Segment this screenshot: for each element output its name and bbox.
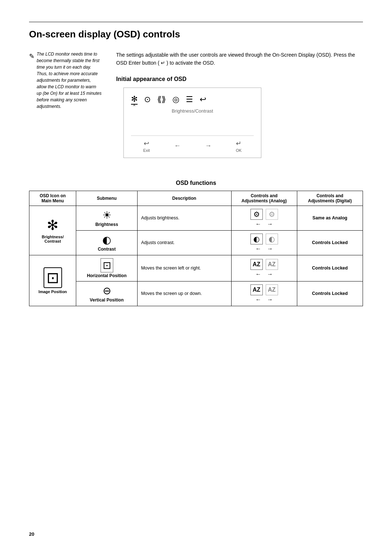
right-arrow: → (267, 271, 273, 278)
sidebar-note: ✎ The LCD monitor needs time to become t… (29, 51, 102, 169)
header-description: Description (137, 191, 231, 206)
contrast-sub-label: Contrast (98, 247, 115, 252)
osd-functions-section: OSD functions OSD Icon onMain Menu Subme… (29, 180, 363, 306)
right-arrow-symbol: → (205, 142, 212, 150)
brightness-sub-icon: ☀ (102, 209, 111, 221)
hpos-analog-arrows: ← → (256, 271, 273, 278)
contrast-increase-btn: ◐ (266, 234, 278, 244)
exit-label: Exit (143, 148, 150, 153)
osd-nav-ok: ↵ OK (236, 139, 242, 153)
vpos-description: Moves the screen up or down. (137, 281, 231, 306)
brightness-analog-icons: ⚙ ⚙ (250, 209, 278, 220)
left-arrow-symbol: ← (174, 142, 181, 150)
hpos-analog: AZ AZ ← → (231, 255, 297, 281)
contrast-analog-arrows: ← → (256, 246, 273, 252)
osd-icon-sub: A (133, 104, 135, 107)
image-position-main-icon: ⊡ (44, 267, 62, 288)
contrast-analog-block: ◐ ◐ ← → (234, 234, 295, 252)
osd-label: Brightness/Contrast (131, 108, 254, 114)
header-main-menu: OSD Icon onMain Menu (29, 191, 76, 206)
table-row: ◐ Contrast Adjusts contrast. ◐ ◐ ← (29, 230, 363, 255)
exit-symbol: ↩ (144, 139, 149, 147)
main-menu-image-position: ⊡ Image Position (29, 255, 76, 306)
hpos-sub-icon: ⊡ (101, 258, 113, 272)
info-icon: ✎ (29, 52, 34, 61)
hpos-analog-block: AZ AZ ← → (234, 259, 295, 278)
right-arrow: → (267, 221, 273, 227)
brightness-analog-block: ⚙ ⚙ ← → (234, 209, 295, 227)
hpos-increase-btn: AZ (266, 259, 278, 270)
right-arrow: → (267, 246, 273, 252)
brightness-decrease-btn: ⚙ (250, 209, 263, 220)
page: On-screen display (OSD) controls ✎ The L… (0, 0, 392, 555)
header-analog: Controls andAdjustments (Analog) (231, 191, 297, 206)
table-row: ⊖ Vertical Position Moves the screen up … (29, 281, 363, 306)
table-row: ✻ Brightness/Contrast ☀ Brightness Adjus… (29, 206, 363, 230)
osd-image-position-icon: ⊙ (144, 95, 151, 104)
osd-display: ✻ A ⊙ ⟪⟫ ◎ ☰ ↩ Brightness/Contrast ↩ Exi (123, 88, 261, 158)
vpos-sub-icon: ⊖ (103, 285, 111, 297)
header-digital: Controls andAdjustments (Digital) (297, 191, 363, 206)
note-text: The LCD monitor needs time to become the… (37, 51, 102, 110)
contrast-description: Adjusts contrast. (137, 230, 231, 255)
submenu-contrast: ◐ Contrast (76, 230, 137, 255)
brightness-analog-arrows: ← → (256, 221, 273, 227)
osd-menu-settings-icon: ☰ (186, 95, 193, 104)
vpos-analog: AZ AZ ← → (231, 281, 297, 306)
initial-osd-title: Initial appearance of OSD (116, 76, 363, 82)
hpos-sub-label: Horizontal Position (87, 273, 126, 278)
vpos-analog-arrows: ← → (256, 296, 273, 303)
brightness-sub-label: Brightness (95, 222, 118, 227)
brightness-analog: ⚙ ⚙ ← → (231, 206, 297, 230)
osd-image-control-icon: ◎ (172, 95, 179, 104)
brightness-contrast-label: Brightness/Contrast (42, 235, 64, 243)
brightness-digital-label: Same as Analog (313, 215, 347, 220)
ok-label: OK (236, 148, 242, 153)
hpos-digital-label: Controls Locked (312, 266, 348, 271)
brightness-increase-btn: ⚙ (266, 209, 278, 220)
contrast-digital: Controls Locked (297, 230, 363, 255)
osd-nav-right: → (205, 142, 212, 150)
brightness-digital: Same as Analog (297, 206, 363, 230)
vpos-digital-label: Controls Locked (312, 291, 348, 296)
vpos-analog-block: AZ AZ ← → (234, 284, 295, 303)
page-number: 20 (29, 531, 34, 537)
osd-nav-left: ← (174, 142, 181, 150)
left-arrow: ← (256, 221, 261, 227)
vpos-increase-btn: AZ (266, 284, 278, 295)
osd-nav-row: ↩ Exit ← → ↵ OK (131, 135, 254, 153)
left-arrow: ← (256, 246, 261, 252)
table-row: ⊡ Image Position ⊡ Horizontal Position M… (29, 255, 363, 281)
ok-symbol: ↵ (236, 139, 241, 147)
intro-layout: ✎ The LCD monitor needs time to become t… (29, 51, 363, 169)
left-arrow: ← (256, 296, 261, 303)
hpos-digital: Controls Locked (297, 255, 363, 281)
image-position-label: Image Position (38, 289, 67, 294)
brightness-description: Adjusts brightness. (137, 206, 231, 230)
hpos-decrease-btn: AZ (250, 259, 263, 270)
contrast-decrease-btn: ◐ (250, 234, 263, 244)
contrast-sub-icon: ◐ (102, 234, 111, 246)
initial-osd-section: Initial appearance of OSD ✻ A ⊙ ⟪⟫ ◎ ☰ ↩… (116, 76, 363, 158)
contrast-digital-label: Controls Locked (312, 240, 348, 245)
header-submenu: Submenu (76, 191, 137, 206)
brightness-contrast-main-icon: ✻ (47, 217, 58, 233)
vpos-sub-label: Vertical Position (90, 297, 123, 303)
submenu-brightness-cell: ☀ Brightness (78, 209, 135, 227)
left-arrow: ← (256, 271, 261, 278)
vpos-analog-icons: AZ AZ (250, 284, 278, 295)
right-arrow: → (267, 296, 273, 303)
contrast-analog: ◐ ◐ ← → (231, 230, 297, 255)
osd-icons-row: ✻ A ⊙ ⟪⟫ ◎ ☰ ↩ (131, 94, 254, 105)
osd-image-scaling-icon: ⟪⟫ (157, 95, 166, 104)
submenu-hpos-cell: ⊡ Horizontal Position (78, 258, 135, 278)
main-content: The settings adjustable with the user co… (116, 51, 363, 169)
submenu-brightness: ☀ Brightness (76, 206, 137, 230)
submenu-hpos: ⊡ Horizontal Position (76, 255, 137, 281)
contrast-analog-icons: ◐ ◐ (250, 234, 278, 244)
intro-text: The settings adjustable with the user co… (116, 51, 363, 67)
submenu-vpos: ⊖ Vertical Position (76, 281, 137, 306)
osd-nav-exit: ↩ Exit (143, 139, 150, 153)
hpos-analog-icons: AZ AZ (250, 259, 278, 270)
submenu-vpos-cell: ⊖ Vertical Position (78, 285, 135, 303)
